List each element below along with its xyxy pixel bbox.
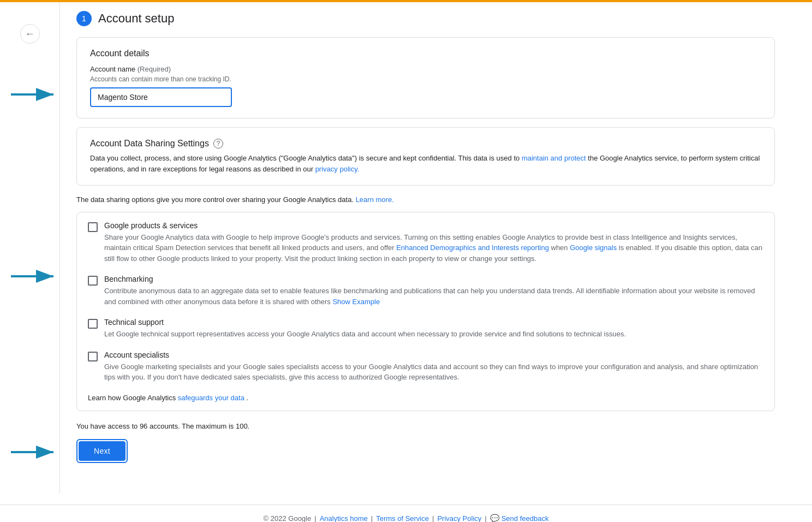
data-sharing-description: Data you collect, process, and store usi… [90,153,761,174]
google-products-content: Google products & services Share your Go… [104,221,763,264]
help-icon[interactable]: ? [213,139,223,149]
technical-support-content: Technical support Let Google technical s… [104,318,763,340]
enhanced-demographics-link[interactable]: Enhanced Demographics and Interests repo… [396,244,549,252]
page-title: Account setup [98,11,174,26]
footer-copyright: © 2022 Google [264,514,312,523]
technical-support-title: Technical support [104,318,763,327]
benchmarking-desc: Contribute anonymous data to an aggregat… [104,286,763,307]
send-feedback-link[interactable]: Send feedback [501,514,549,523]
account-specialists-desc: Give Google marketing specialists and yo… [104,361,763,383]
option-account-specialists: Account specialists Give Google marketin… [88,351,763,383]
option-google-products: Google products & services Share your Go… [88,221,763,264]
analytics-home-link[interactable]: Analytics home [320,514,368,523]
learn-more-link[interactable]: Learn more. [356,195,394,204]
technical-support-checkbox[interactable] [88,319,98,329]
next-button[interactable]: Next [79,441,126,461]
google-products-desc: Share your Google Analytics data with Go… [104,232,763,264]
terms-of-service-link[interactable]: Terms of Service [376,514,429,523]
option-benchmarking: Benchmarking Contribute anonymous data t… [88,275,763,307]
sharing-options-note: The data sharing options give you more c… [76,194,775,205]
safeguards-row: Learn how Google Analytics safeguards yo… [88,394,763,402]
account-details-card-title: Account details [90,49,761,58]
arrow-indicator-1 [11,87,60,104]
arrow-indicator-3 [11,444,60,461]
google-signals-link[interactable]: Google signals [570,244,617,252]
footer: © 2022 Google | Analytics home | Terms o… [0,505,812,522]
google-products-title: Google products & services [104,221,763,230]
data-sharing-title-row: Account Data Sharing Settings ? [90,139,761,149]
data-sharing-card: Account Data Sharing Settings ? Data you… [76,127,775,186]
google-products-checkbox[interactable] [88,222,98,232]
content-area: 1 Account setup Account details Account … [60,2,797,494]
back-button[interactable]: ← [20,24,40,44]
feedback-icon: 💬 [490,514,499,522]
account-specialists-content: Account specialists Give Google marketin… [104,351,763,383]
account-specialists-checkbox[interactable] [88,352,98,361]
account-name-input[interactable] [90,87,232,107]
option-technical-support: Technical support Let Google technical s… [88,318,763,340]
arrow-indicator-2 [11,269,60,286]
account-name-label: Account name (Required) [90,65,761,73]
page-title-row: 1 Account setup [76,11,775,26]
left-sidebar: ← [0,2,60,494]
next-button-wrapper: Next [76,439,128,463]
privacy-policy-link[interactable]: privacy policy. [315,165,360,173]
privacy-policy-footer-link[interactable]: Privacy Policy [437,514,481,523]
options-card: Google products & services Share your Go… [76,212,775,411]
send-feedback-area: 💬 Send feedback [490,514,549,522]
accounts-note: You have access to 96 accounts. The maxi… [76,422,775,430]
benchmarking-title: Benchmarking [104,275,763,283]
benchmarking-content: Benchmarking Contribute anonymous data t… [104,275,763,307]
account-details-card: Account details Account name (Required) … [76,37,775,118]
benchmarking-checkbox[interactable] [88,276,98,286]
account-name-hint: Accounts can contain more than one track… [90,75,761,83]
technical-support-desc: Let Google technical support representat… [104,329,763,340]
show-example-link[interactable]: Show Example [332,298,380,306]
data-sharing-title: Account Data Sharing Settings [90,139,209,149]
account-specialists-title: Account specialists [104,351,763,359]
maintain-protect-link[interactable]: maintain and protect [522,154,586,162]
step-circle: 1 [76,11,92,26]
safeguards-link[interactable]: safeguards your data [178,394,244,402]
